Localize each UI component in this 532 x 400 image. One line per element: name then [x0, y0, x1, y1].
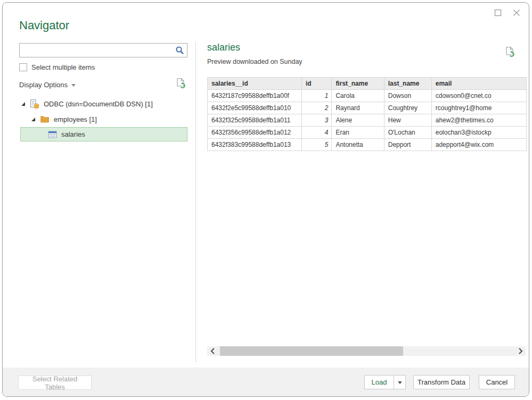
- tree-item-label: ODBC (dsn=DocumentDB DSN) [1]: [44, 100, 153, 108]
- table-cell: O'Lochan: [384, 127, 431, 139]
- search-icon[interactable]: [175, 46, 184, 57]
- chevron-left-icon: [210, 348, 215, 354]
- chevron-right-icon: [518, 348, 523, 354]
- column-header: id: [301, 78, 331, 90]
- maximize-button[interactable]: [492, 7, 504, 19]
- select-multiple-row: Select multiple items: [19, 63, 95, 71]
- table-cell: 6432f356c99588deffb1a012: [208, 127, 302, 139]
- search-box: [19, 43, 187, 57]
- search-input[interactable]: [22, 44, 174, 57]
- table-cell: 2: [301, 102, 331, 114]
- table-icon: [48, 131, 57, 138]
- horizontal-scrollbar[interactable]: [207, 346, 526, 356]
- cancel-button[interactable]: Cancel: [479, 375, 515, 389]
- tree-item-label: salaries: [61, 130, 85, 138]
- table-cell: 6432f2e5c99588deffb1a010: [208, 102, 302, 114]
- select-multiple-label: Select multiple items: [31, 63, 95, 71]
- table-row: 6432f2e5c99588deffb1a0102RaynardCoughtre…: [208, 102, 527, 114]
- table-cell: Eran: [332, 127, 384, 139]
- table-cell: cdowson0@cnet.co: [431, 90, 526, 102]
- document-refresh-icon: [176, 78, 186, 89]
- table-cell: 5: [301, 139, 331, 151]
- table-cell: rcoughtrey1@home: [431, 102, 526, 114]
- document-refresh-icon: [505, 46, 515, 58]
- table-cell: Raynard: [332, 102, 384, 114]
- tree-item-employees[interactable]: employees [1]: [31, 113, 97, 125]
- load-button[interactable]: Load: [364, 375, 394, 389]
- table-cell: 6432f187c99588deffb1a00f: [208, 90, 302, 102]
- load-dropdown-button[interactable]: [394, 375, 406, 389]
- expanded-triangle-icon[interactable]: [21, 102, 26, 106]
- footer-bar: Select Related Tables Load Transform Dat…: [3, 368, 529, 396]
- table-cell: 1: [301, 90, 331, 102]
- table-cell: Antonetta: [332, 139, 384, 151]
- maximize-icon: [494, 9, 502, 16]
- database-icon: [30, 99, 39, 109]
- scroll-left-button[interactable]: [207, 346, 218, 356]
- refresh-preview-button[interactable]: [505, 46, 515, 60]
- table-cell: eolochan3@istockp: [431, 127, 526, 139]
- column-header: first_name: [332, 78, 384, 90]
- table-cell: Carola: [332, 90, 384, 102]
- select-multiple-checkbox[interactable]: [19, 63, 27, 71]
- table-row: 6432f187c99588deffb1a00f1CarolaDowsoncdo…: [208, 90, 527, 102]
- refresh-tree-button[interactable]: [176, 78, 186, 91]
- screen: Navigator Select multiple items Display …: [0, 0, 532, 400]
- table-header-row: salaries__ididfirst_namelast_nameemail: [208, 78, 527, 90]
- column-header: email: [431, 78, 526, 90]
- table-cell: adepport4@wix.com: [431, 139, 526, 151]
- navigator-dialog: Navigator Select multiple items Display …: [2, 2, 529, 397]
- table-cell: Alene: [332, 114, 384, 127]
- transform-data-button[interactable]: Transform Data: [413, 375, 470, 389]
- table-cell: 6432f325c99588deffb1a011: [208, 114, 302, 127]
- page-title: Navigator: [19, 19, 69, 32]
- table-cell: Coughtrey: [384, 102, 431, 114]
- table-row: 6432f356c99588deffb1a0124EranO'Lochaneol…: [208, 127, 527, 139]
- scrollbar-thumb[interactable]: [220, 346, 403, 356]
- table-cell: 6432f383c99588deffb1a013: [208, 139, 302, 151]
- close-icon: [513, 9, 520, 16]
- column-header: last_name: [384, 78, 431, 90]
- preview-title: salaries: [207, 42, 240, 53]
- table-cell: Dowson: [384, 90, 431, 102]
- tree-item-odbc[interactable]: ODBC (dsn=DocumentDB DSN) [1]: [21, 98, 153, 110]
- panel-divider: [195, 42, 196, 362]
- table-cell: 4: [301, 127, 331, 139]
- scroll-right-button[interactable]: [515, 346, 526, 356]
- table-cell: Hew: [384, 114, 431, 127]
- preview-table-container: salaries__ididfirst_namelast_nameemail 6…: [207, 77, 527, 157]
- table-row: 6432f383c99588deffb1a0135AntonettaDeppor…: [208, 139, 527, 151]
- close-button[interactable]: [510, 7, 523, 19]
- table-cell: ahew2@thetimes.co: [431, 114, 526, 127]
- table-row: 6432f325c99588deffb1a0113AleneHewahew2@t…: [208, 114, 527, 127]
- table-cell: Depport: [384, 139, 431, 151]
- expanded-triangle-icon[interactable]: [31, 117, 36, 122]
- tree-item-salaries-selected[interactable]: salaries: [20, 127, 187, 141]
- table-cell: 3: [301, 114, 331, 127]
- column-header: salaries__id: [208, 78, 302, 90]
- chevron-down-icon: [398, 381, 402, 384]
- folder-icon: [40, 115, 50, 123]
- display-options-dropdown[interactable]: Display Options: [19, 81, 76, 89]
- tree-item-label: employees [1]: [54, 115, 97, 123]
- preview-subtitle: Preview downloaded on Sunday: [207, 58, 302, 65]
- preview-table: salaries__ididfirst_namelast_nameemail 6…: [207, 77, 527, 151]
- select-related-tables-button[interactable]: Select Related Tables: [18, 376, 92, 390]
- display-options-label: Display Options: [19, 81, 68, 89]
- chevron-down-icon: [71, 84, 76, 87]
